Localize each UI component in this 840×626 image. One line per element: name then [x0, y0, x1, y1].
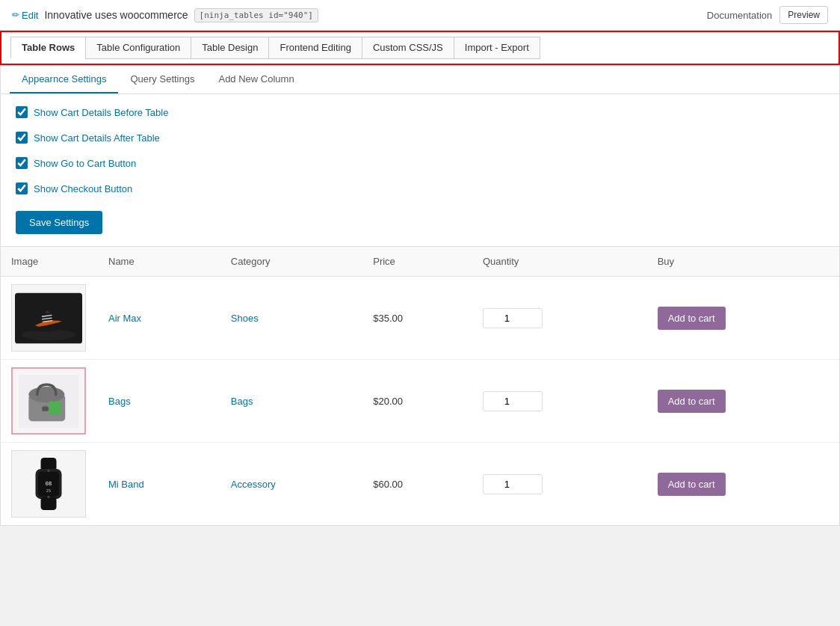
content-area: Appearnce Settings Query Settings Add Ne…	[0, 65, 840, 526]
show-go-to-cart-row: Show Go to Cart Button	[16, 157, 824, 169]
product-quantity-cell	[472, 360, 647, 443]
show-go-to-cart-checkbox[interactable]	[16, 157, 28, 169]
product-category-link[interactable]: Accessory	[231, 479, 276, 490]
col-image: Image	[1, 247, 98, 277]
col-name: Name	[98, 247, 220, 277]
shoe-image	[15, 290, 82, 346]
tab-table-configuration[interactable]: Table Configuration	[85, 37, 191, 59]
product-name-link[interactable]: Air Max	[108, 313, 141, 324]
edit-label: Edit	[22, 10, 38, 21]
product-image-box	[11, 284, 86, 352]
add-to-cart-button[interactable]: Add to cart	[658, 390, 726, 413]
product-price-cell: $60.00	[362, 443, 472, 526]
svg-rect-10	[43, 405, 47, 406]
show-cart-after-label[interactable]: Show Cart Details After Table	[34, 132, 160, 144]
save-settings-button[interactable]: Save Settings	[16, 211, 102, 234]
product-buy-cell: Add to cart	[647, 360, 839, 443]
documentation-link[interactable]: Documentation	[707, 10, 772, 21]
product-name-link[interactable]: Mi Band	[108, 479, 144, 490]
product-image-cell: 08 25	[1, 443, 98, 526]
product-image-cell	[1, 277, 98, 360]
col-price: Price	[362, 247, 472, 277]
subtab-query[interactable]: Query Settings	[118, 66, 206, 93]
tab-table-design[interactable]: Table Design	[191, 37, 268, 59]
table-row: Air Max Shoes $35.00 Add to cart	[1, 277, 839, 360]
settings-panel: Show Cart Details Before Table Show Cart…	[1, 94, 839, 246]
products-table: Image Name Category Price Quantity Buy	[1, 247, 839, 525]
quantity-input[interactable]	[483, 474, 543, 494]
product-price-cell: $35.00	[362, 277, 472, 360]
product-category-cell: Shoes	[220, 277, 362, 360]
show-cart-before-row: Show Cart Details Before Table	[16, 106, 824, 118]
col-buy: Buy	[647, 247, 839, 277]
product-name-cell: Bags	[98, 360, 220, 443]
show-go-to-cart-label[interactable]: Show Go to Cart Button	[34, 158, 136, 169]
product-quantity-cell	[472, 443, 647, 526]
svg-rect-17	[41, 497, 57, 511]
product-name-cell: Mi Band	[98, 443, 220, 526]
product-buy-cell: Add to cart	[647, 443, 839, 526]
svg-point-19	[47, 496, 50, 499]
col-category: Category	[220, 247, 362, 277]
edit-link[interactable]: ✏ Edit	[12, 10, 38, 21]
tab-custom-css-js[interactable]: Custom CSS/JS	[362, 37, 454, 59]
main-tabs: Table Rows Table Configuration Table Des…	[0, 31, 840, 65]
preview-button[interactable]: Preview	[779, 6, 828, 24]
show-cart-after-checkbox[interactable]	[16, 132, 28, 144]
svg-text:25: 25	[46, 488, 51, 493]
product-quantity-cell	[472, 277, 647, 360]
show-checkout-label[interactable]: Show Checkout Button	[34, 183, 132, 194]
product-image-cell	[1, 360, 98, 443]
bag-image	[19, 373, 78, 429]
show-checkout-checkbox[interactable]	[16, 182, 28, 194]
show-cart-before-checkbox[interactable]	[16, 106, 28, 118]
svg-point-7	[28, 386, 64, 402]
subtab-add-column[interactable]: Add New Column	[206, 66, 306, 93]
tab-import-export[interactable]: Import - Export	[454, 37, 540, 59]
tab-frontend-editing[interactable]: Frontend Editing	[268, 37, 361, 59]
sub-tabs: Appearnce Settings Query Settings Add Ne…	[1, 66, 839, 94]
product-name-cell: Air Max	[98, 277, 220, 360]
svg-text:08: 08	[46, 481, 52, 487]
top-bar: ✏ Edit Innovative uses woocommerce [ninj…	[0, 0, 840, 31]
add-to-cart-button[interactable]: Add to cart	[658, 473, 726, 496]
product-image-box	[11, 367, 86, 435]
product-buy-cell: Add to cart	[647, 277, 839, 360]
col-quantity: Quantity	[472, 247, 647, 277]
table-row: 08 25 Mi Band	[1, 443, 839, 526]
product-image-box: 08 25	[11, 450, 86, 518]
product-category-link[interactable]: Bags	[231, 396, 253, 407]
svg-point-18	[47, 470, 50, 473]
tab-table-rows[interactable]: Table Rows	[10, 37, 85, 59]
page-title: Innovative uses woocommerce	[44, 9, 188, 21]
top-bar-left: ✏ Edit Innovative uses woocommerce [ninj…	[12, 8, 318, 22]
product-category-cell: Accessory	[220, 443, 362, 526]
edit-icon: ✏	[12, 10, 19, 20]
shortcode-badge: [ninja_tables id="940"]	[194, 8, 318, 22]
quantity-input[interactable]	[483, 308, 543, 328]
quantity-input[interactable]	[483, 391, 543, 411]
product-price-cell: $20.00	[362, 360, 472, 443]
show-checkout-row: Show Checkout Button	[16, 182, 824, 194]
table-wrapper: Image Name Category Price Quantity Buy	[1, 246, 839, 525]
band-image: 08 25	[22, 454, 75, 514]
top-bar-right: Documentation Preview	[707, 6, 828, 24]
table-header-row: Image Name Category Price Quantity Buy	[1, 247, 839, 277]
product-category-cell: Bags	[220, 360, 362, 443]
subtab-appearance[interactable]: Appearnce Settings	[10, 66, 118, 93]
show-cart-before-label[interactable]: Show Cart Details Before Table	[34, 107, 168, 118]
add-to-cart-button[interactable]: Add to cart	[658, 307, 726, 330]
svg-rect-9	[42, 406, 49, 411]
product-name-link[interactable]: Bags	[108, 396, 131, 407]
svg-rect-8	[49, 401, 61, 414]
show-cart-after-row: Show Cart Details After Table	[16, 132, 824, 144]
product-category-link[interactable]: Shoes	[231, 313, 259, 324]
table-row: Bags Bags $20.00 Add to cart	[1, 360, 839, 443]
